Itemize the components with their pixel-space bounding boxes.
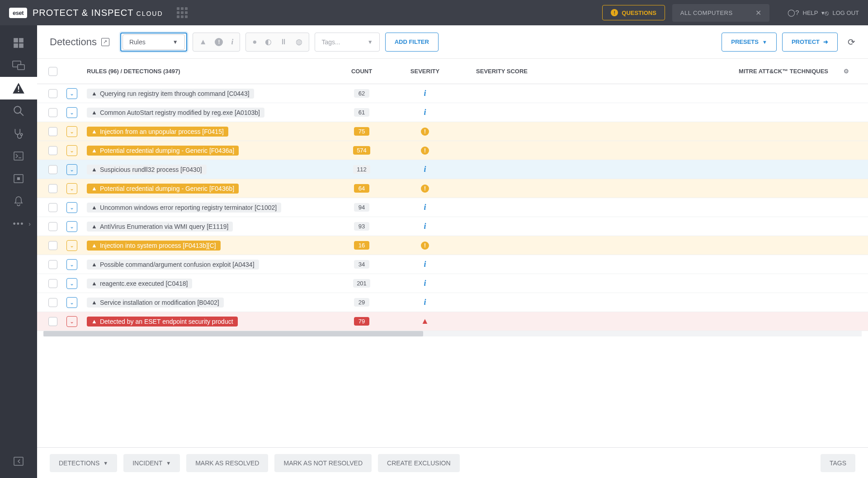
expand-row-button[interactable]: ⌄ (66, 316, 77, 327)
expand-row-button[interactable]: ⌄ (66, 183, 77, 194)
nav-reports[interactable] (0, 167, 37, 190)
status-resolved-icon[interactable]: ◐ (265, 37, 272, 47)
expand-row-button[interactable]: ⌄ (66, 240, 77, 251)
help-link[interactable]: ◯? HELP ▾ (788, 9, 825, 17)
table-row[interactable]: ⌄ ▲ Querying run registry item through c… (37, 84, 868, 103)
row-checkbox[interactable] (48, 108, 57, 117)
info-filter-icon[interactable]: i (231, 38, 233, 47)
add-filter-button[interactable]: ADD FILTER (385, 33, 439, 52)
col-count[interactable]: COUNT (335, 68, 389, 75)
nav-detections[interactable] (0, 77, 37, 99)
select-all-checkbox[interactable] (48, 67, 57, 76)
tags-button[interactable]: TAGS (821, 454, 855, 472)
nav-diagnostics[interactable] (0, 122, 37, 145)
nav-dashboard[interactable] (0, 32, 37, 54)
col-rules[interactable]: RULES (96) / DETECTIONS (3497) (81, 68, 335, 75)
svg-rect-1 (19, 38, 24, 43)
threat-filter-icon[interactable]: ▲ (199, 38, 207, 47)
table-settings-icon[interactable]: ⚙ (837, 68, 855, 75)
expand-row-button[interactable]: ⌄ (66, 145, 77, 156)
table-row[interactable]: ⌄ ▲ Potential credential dumping - Gener… (37, 141, 868, 160)
table-row[interactable]: ⌄ ▲ Common AutoStart registry modified b… (37, 103, 868, 122)
table-row[interactable]: ⌄ ▲ Detected by an ESET endpoint securit… (37, 312, 868, 331)
nav-more[interactable]: ••• › (0, 213, 37, 235)
logout-label: LOG OUT (832, 9, 859, 16)
row-checkbox[interactable] (48, 241, 57, 250)
detections-menu-button[interactable]: DETECTIONS ▼ (50, 454, 117, 472)
presets-button[interactable]: PRESETS ▼ (722, 33, 777, 52)
filter-field-select[interactable]: Rules ▼ (120, 33, 187, 52)
count-badge: 62 (354, 89, 369, 98)
questions-button[interactable]: ! QUESTIONS (602, 5, 665, 20)
close-icon[interactable]: ✕ (755, 9, 762, 17)
expand-row-button[interactable]: ⌄ (66, 107, 77, 118)
expand-row-button[interactable]: ⌄ (66, 278, 77, 289)
table-row[interactable]: ⌄ ▲ AntiVirus Enumeration via WMI query … (37, 217, 868, 236)
alert-triangle-icon: ▲ (91, 280, 97, 287)
mark-resolved-label: MARK AS RESOLVED (195, 459, 259, 467)
row-checkbox[interactable] (48, 146, 57, 155)
logout-link[interactable]: ⎋ LOG OUT (825, 9, 859, 17)
rule-chip: ▲ Uncommon windows error reporting regis… (87, 203, 281, 213)
table-row[interactable]: ⌄ ▲ Injection into system process [F0413… (37, 236, 868, 255)
popout-icon[interactable]: ↗ (101, 38, 109, 46)
count-badge: 34 (354, 260, 369, 269)
status-blocked-icon[interactable]: ◍ (296, 37, 302, 47)
scope-chip[interactable]: ALL COMPUTERS ✕ (672, 4, 769, 22)
questions-label: QUESTIONS (622, 9, 656, 16)
col-severity[interactable]: SEVERITY (389, 68, 461, 75)
expand-row-button[interactable]: ⌄ (66, 202, 77, 213)
product-suffix: CLOUD (137, 10, 163, 17)
col-mitre[interactable]: MITRE ATT&CK™ TECHNIQUES (542, 68, 837, 75)
count-badge: 574 (353, 146, 370, 155)
expand-row-button[interactable]: ⌄ (66, 259, 77, 270)
row-checkbox[interactable] (48, 203, 57, 212)
create-exclusion-button[interactable]: CREATE EXCLUSION (378, 454, 460, 472)
nav-computers[interactable] (0, 54, 37, 77)
table-row[interactable]: ⌄ ▲ reagentc.exe executed [C0418] 201 i (37, 274, 868, 293)
table-row[interactable]: ⌄ ▲ Injection from an unpopular process … (37, 122, 868, 141)
row-checkbox[interactable] (48, 260, 57, 269)
warning-filter-icon[interactable]: ! (215, 38, 223, 46)
nav-terminal[interactable] (0, 145, 37, 167)
row-checkbox[interactable] (48, 89, 57, 98)
horizontal-scrollbar[interactable] (43, 331, 862, 336)
row-checkbox[interactable] (48, 279, 57, 288)
nav-notifications[interactable] (0, 190, 37, 213)
nav-collapse[interactable] (0, 450, 37, 473)
refresh-icon[interactable]: ⟳ (848, 37, 855, 47)
col-severity-score[interactable]: SEVERITY SCORE (461, 68, 542, 75)
table-row[interactable]: ⌄ ▲ Service installation or modification… (37, 293, 868, 312)
table-row[interactable]: ⌄ ▲ Suspicious rundll32 process [F0430] … (37, 160, 868, 179)
nav-search[interactable] (0, 99, 37, 122)
row-checkbox[interactable] (48, 317, 57, 326)
row-checkbox[interactable] (48, 298, 57, 307)
expand-row-button[interactable]: ⌄ (66, 297, 77, 308)
expand-row-button[interactable]: ⌄ (66, 88, 77, 99)
chevron-down-icon: ▼ (368, 39, 373, 45)
table-row[interactable]: ⌄ ▲ Potential credential dumping - Gener… (37, 179, 868, 198)
logout-icon: ⎋ (825, 9, 829, 17)
row-checkbox[interactable] (48, 222, 57, 231)
svg-point-8 (14, 106, 21, 113)
rule-name: Uncommon windows error reporting registr… (100, 204, 277, 211)
protect-button[interactable]: PROTECT ➜ (782, 33, 838, 52)
table-row[interactable]: ⌄ ▲ Uncommon windows error reporting reg… (37, 198, 868, 217)
row-checkbox[interactable] (48, 127, 57, 136)
expand-row-button[interactable]: ⌄ (66, 164, 77, 175)
row-checkbox[interactable] (48, 184, 57, 193)
apps-grid-icon[interactable] (177, 7, 188, 18)
mark-resolved-button[interactable]: MARK AS RESOLVED (186, 454, 268, 472)
mark-unresolved-button[interactable]: MARK AS NOT RESOLVED (274, 454, 372, 472)
row-checkbox[interactable] (48, 165, 57, 174)
count-badge: 61 (354, 108, 369, 117)
status-paused-icon[interactable]: ⏸ (280, 38, 288, 47)
status-active-icon[interactable]: ● (252, 38, 257, 47)
expand-row-button[interactable]: ⌄ (66, 221, 77, 232)
expand-row-button[interactable]: ⌄ (66, 126, 77, 137)
incident-menu-button[interactable]: INCIDENT ▼ (123, 454, 180, 472)
tags-input[interactable]: Tags... ▼ (315, 33, 379, 52)
table-row[interactable]: ⌄ ▲ Possible command/argument confusion … (37, 255, 868, 274)
severity-warning-icon: ! (421, 241, 429, 250)
arrow-right-circle-icon: ➜ (823, 38, 828, 45)
